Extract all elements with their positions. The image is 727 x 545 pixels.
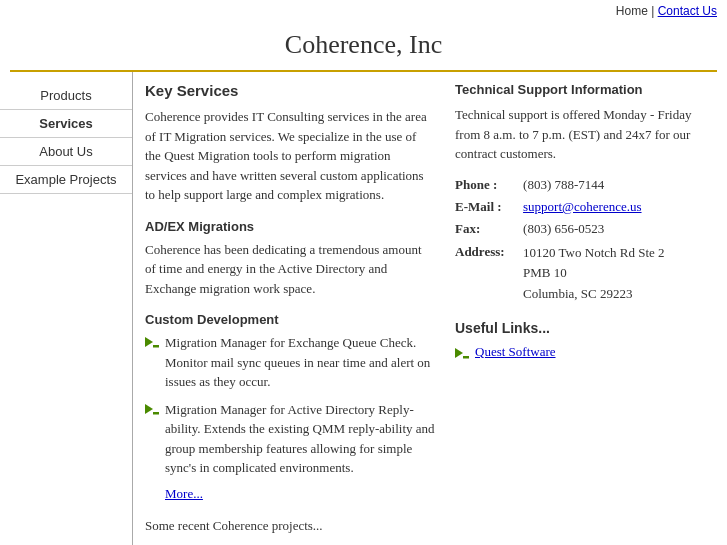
contact-link[interactable]: Contact Us: [658, 4, 717, 18]
bullet-icon-1: [145, 335, 159, 349]
separator: |: [651, 4, 654, 18]
useful-links-title: Useful Links...: [455, 320, 695, 336]
main-content: Key Services Coherence provides IT Consu…: [133, 72, 727, 545]
quest-link[interactable]: Quest Software: [475, 344, 556, 360]
adex-title: AD/EX Migrations: [145, 219, 435, 234]
phone-label: Phone :: [455, 174, 523, 196]
support-text: Technical support is offered Monday - Fr…: [455, 105, 695, 164]
bullet-list: Migration Manager for Exchange Queue Che…: [145, 333, 435, 478]
sidebar-item-services[interactable]: Services: [0, 110, 132, 138]
table-row: Fax: (803) 656-0523: [455, 218, 695, 240]
bottom-note: Some recent Coherence projects...: [145, 516, 435, 536]
table-row: E-Mail : support@coherence.us: [455, 196, 695, 218]
bullet-text-1: Migration Manager for Exchange Queue Che…: [165, 333, 435, 392]
page-layout: Products Services About Us Example Proje…: [0, 72, 727, 545]
intro-text: Coherence provides IT Consulting service…: [145, 107, 435, 205]
phone-value: (803) 788-7144: [523, 174, 695, 196]
table-row: Phone : (803) 788-7144: [455, 174, 695, 196]
adex-text: Coherence has been dedicating a tremendo…: [145, 240, 435, 299]
top-bar: Home | Contact Us: [0, 0, 727, 22]
quest-link-item: Quest Software: [455, 344, 695, 360]
bullet-icon-2: [145, 402, 159, 416]
email-label: E-Mail :: [455, 196, 523, 218]
email-value: support@coherence.us: [523, 196, 695, 218]
sidebar-item-about[interactable]: About Us: [0, 138, 132, 166]
address-line1: 10120 Two Notch Rd Ste 2: [523, 245, 665, 260]
sidebar: Products Services About Us Example Proje…: [0, 72, 133, 545]
address-label: Address:: [455, 240, 523, 308]
bullet-text-2: Migration Manager for Active Directory R…: [165, 400, 435, 478]
site-header: Coherence, Inc: [10, 22, 717, 72]
custom-dev-title: Custom Development: [145, 312, 435, 327]
sidebar-item-products[interactable]: Products: [0, 82, 132, 110]
site-title: Coherence, Inc: [10, 30, 717, 60]
list-item: Migration Manager for Exchange Queue Che…: [145, 333, 435, 392]
more-link[interactable]: More...: [165, 486, 203, 501]
right-panel: Technical Support Information Technical …: [455, 82, 695, 542]
svg-marker-4: [455, 348, 463, 358]
bullet-icon-quest: [455, 346, 469, 360]
svg-rect-5: [463, 356, 469, 359]
svg-marker-2: [145, 404, 153, 414]
address-value: 10120 Two Notch Rd Ste 2 PMB 10 Columbia…: [523, 240, 695, 308]
email-link[interactable]: support@coherence.us: [523, 199, 641, 214]
svg-rect-1: [153, 345, 159, 348]
fax-label: Fax:: [455, 218, 523, 240]
page-title: Key Services: [145, 82, 435, 99]
address-line3: Columbia, SC 29223: [523, 286, 632, 301]
svg-rect-3: [153, 412, 159, 415]
table-row: Address: 10120 Two Notch Rd Ste 2 PMB 10…: [455, 240, 695, 308]
list-item: Migration Manager for Active Directory R…: [145, 400, 435, 478]
home-link[interactable]: Home: [616, 4, 648, 18]
fax-value: (803) 656-0523: [523, 218, 695, 240]
support-title: Technical Support Information: [455, 82, 695, 97]
left-panel: Key Services Coherence provides IT Consu…: [145, 82, 435, 542]
contact-table: Phone : (803) 788-7144 E-Mail : support@…: [455, 174, 695, 308]
address-line2: PMB 10: [523, 265, 567, 280]
sidebar-item-projects[interactable]: Example Projects: [0, 166, 132, 194]
svg-marker-0: [145, 337, 153, 347]
